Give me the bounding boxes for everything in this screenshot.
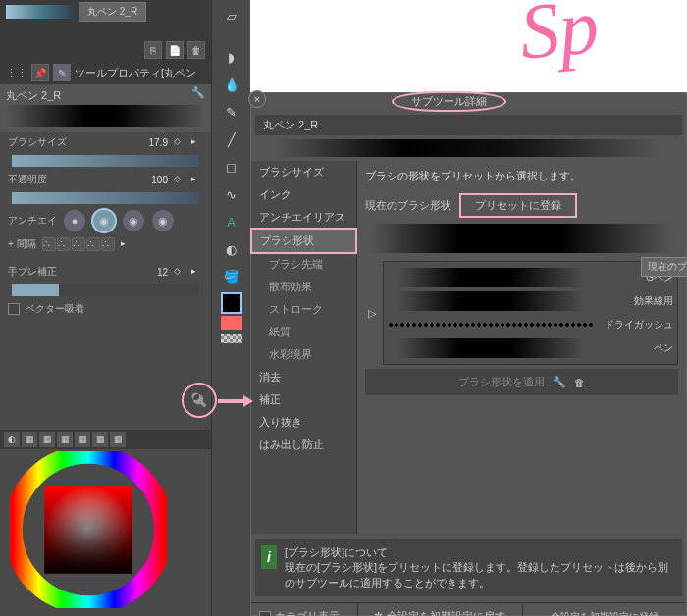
category-list: ブラシサイズ インク アンチエイリアス ブラシ形状 ブラシ先端 散布効果 ストロ… [251,161,357,534]
fill-icon[interactable]: 🪣 [220,265,243,288]
preset-list: Gペン 効果線用 ドライガッシュ ペン [383,261,678,365]
pen-icon[interactable]: ✎ [220,100,243,124]
trash-icon[interactable]: 🗑 [574,377,585,388]
category-item[interactable]: はみ出し防止 [251,434,356,456]
palette-icon[interactable]: ▦ [92,432,108,447]
info-icon: i [261,545,277,569]
panel-title: ツールプロパティ[丸ペン [75,66,196,80]
stabilize-slider[interactable] [12,284,199,296]
preset-item[interactable]: ドライガッシュ [388,313,673,336]
spacing-label: + 間隔 [8,237,36,251]
stepper-icon[interactable]: ◇ [174,136,185,148]
preset-item[interactable]: 効果線用 [388,289,673,313]
preset-item[interactable]: ペン [388,336,673,360]
text-tool-icon[interactable]: A [220,210,243,233]
gradient-icon[interactable]: ◐ [220,237,243,261]
register-preset-button[interactable]: プリセットに登録 [459,193,577,218]
aa-option-1[interactable]: ● [64,210,85,231]
brush-size-icon[interactable]: ◗ [220,45,243,69]
stabilize-label: 手ブレ補正 [8,265,57,279]
background-color[interactable] [221,316,242,330]
palette-icon[interactable]: ▦ [110,432,126,447]
category-item[interactable]: 水彩境界 [251,343,356,366]
info-title: [ブラシ形状]について [285,545,676,560]
category-item[interactable]: インク [251,183,356,206]
grip-icon: ⋮⋮ [6,67,27,79]
category-item[interactable]: アンチエイリアス [251,206,356,229]
stroke-preview [6,105,205,127]
palette-icon[interactable]: ▦ [75,432,90,447]
category-item[interactable]: ブラシ先端 [251,253,356,276]
new-icon[interactable]: ⎘ [144,41,162,59]
dropdown-icon[interactable]: ▸ [191,136,203,148]
aa-option-4[interactable]: ◉ [152,210,174,231]
brush-size-slider[interactable] [12,155,199,167]
info-body: 現在の[ブラシ形状]をプリセットに登録します。登録したプリセットは後から別のサブ… [285,560,676,590]
color-wheel-icon[interactable]: ◐ [4,432,20,447]
vector-snap-checkbox[interactable] [8,303,20,315]
brush-name: 丸ペン 2_R [255,115,682,135]
palette-icon[interactable]: ▦ [22,432,37,447]
dropdown-icon[interactable]: ▸ [191,266,203,278]
reset-all-button[interactable]: ✲全設定を初期設定に戻す [357,603,522,616]
opacity-label: 不透明度 [8,173,47,186]
aa-option-2[interactable]: ◉ [93,210,115,231]
tutorial-arrow-icon [218,394,253,408]
copy-icon[interactable]: 📄 [166,41,184,59]
curve-icon[interactable]: ∿ [220,182,243,206]
palette-icon[interactable]: ▦ [39,432,55,447]
current-shape-preview [365,224,678,253]
color-wheel[interactable] [10,451,167,608]
brush-size-label: ブラシサイズ [8,135,67,149]
category-item[interactable]: 補正 [251,388,356,411]
category-item[interactable]: 入り抜き [251,411,356,434]
stepper-icon[interactable]: ◇ [174,266,185,278]
palette-icon[interactable]: ▦ [57,432,73,447]
foreground-color[interactable] [221,292,242,314]
subtool-tab[interactable]: 丸ペン 2_R [79,2,146,22]
drop-icon[interactable]: 💧 [220,73,243,96]
dropdown-icon[interactable]: ▸ [191,174,203,185]
delete-icon[interactable]: 🗑 [187,41,205,59]
category-item-selected[interactable]: ブラシ形状 [250,228,357,254]
antialias-label: アンチエイ [8,214,57,228]
category-item[interactable]: 消去 [251,366,356,388]
category-item[interactable]: ブラシサイズ [251,161,356,183]
eraser-tool-icon[interactable]: ▱ [220,4,243,27]
opacity-slider[interactable] [12,192,199,204]
tool-property-panel: 丸ペン 2_R ⎘ 📄 🗑 ⋮⋮ 📌 ✎ ツールプロパティ[丸ペン 丸ペン 2_… [0,0,211,616]
spacing-options[interactable]: ∴∴∴∴∴ [42,237,115,251]
pen-tool-icon[interactable]: ✎ [53,64,71,81]
shape-icon[interactable]: ◻ [220,155,243,179]
category-description: ブラシの形状をプリセットから選択します。 [365,169,678,183]
wrench-icon[interactable]: 🔧 [553,376,566,388]
wrench-icon[interactable]: 🔧 [191,86,205,99]
current-shape-label: 現在のブラシ形状 [365,198,451,213]
category-item[interactable]: ストローク [251,298,356,321]
dropdown-icon[interactable]: ▸ [121,238,132,250]
brush-preview [255,139,682,157]
category-item[interactable]: 散布効果 [251,276,356,298]
subtool-thumbnail[interactable] [6,5,75,19]
line-icon[interactable]: ╱ [220,128,243,151]
category-item[interactable]: 紙質 [251,321,356,343]
pin-icon[interactable]: 📌 [31,64,49,81]
apply-shape-button[interactable]: ブラシ形状を適用 [458,375,545,389]
subtool-detail-panel: × サブツール詳細 丸ペン 2_R ブラシサイズ インク アンチエイリアス ブラ… [250,92,687,616]
transparent-color[interactable] [221,334,242,343]
category-show-checkbox[interactable] [259,611,271,616]
info-box: i [ブラシ形状]について 現在の[ブラシ形状]をプリセットに登録します。登録し… [255,539,682,596]
preset-item[interactable]: Gペン [388,266,673,289]
brush-size-value: 17.9 [149,137,168,148]
canvas-stroke-1: Sp [516,0,687,86]
subtool-name: 丸ペン 2_R [6,89,61,101]
save-all-button[interactable]: 全設定を初期設定に登録 [522,604,687,616]
aa-option-3[interactable]: ◉ [123,210,144,231]
vertical-toolstrip: ▱ ◗ 💧 ✎ ╱ ◻ ∿ A ◐ 🪣 [211,0,250,616]
stepper-icon[interactable]: ◇ [174,174,185,185]
expand-icon[interactable]: ▷ [365,261,379,365]
opacity-value: 100 [151,175,168,185]
category-show-label: カテゴリ表示 [275,609,340,616]
detail-wrench-highlight[interactable] [182,383,217,418]
tooltip: 現在のブラシ形状 [641,257,687,277]
